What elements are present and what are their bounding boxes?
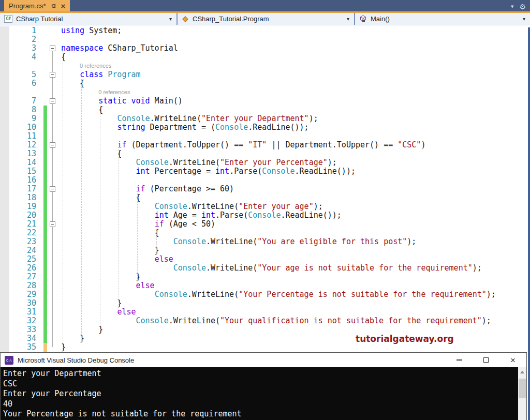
- code-line[interactable]: using System;: [57, 26, 530, 35]
- breakpoint-margin[interactable]: [0, 141, 9, 149]
- tab-program-cs[interactable]: Program.cs* ×: [4, 0, 70, 11]
- breakpoint-margin[interactable]: [0, 281, 9, 290]
- code-line[interactable]: int Percentage = int.Parse(Console.ReadL…: [57, 167, 530, 176]
- breakpoint-margin[interactable]: [0, 229, 9, 237]
- breakpoint-margin[interactable]: [0, 167, 9, 176]
- breakpoint-margin[interactable]: [0, 149, 9, 158]
- code-line[interactable]: [57, 132, 530, 141]
- codelens-references[interactable]: 0 references: [57, 88, 530, 97]
- fold-toggle-icon[interactable]: [50, 98, 55, 104]
- breakpoint-margin[interactable]: [0, 317, 9, 325]
- breakpoint-margin[interactable]: [0, 158, 9, 167]
- breakpoint-margin[interactable]: [0, 123, 9, 132]
- fold-toggle-icon[interactable]: [50, 221, 55, 227]
- code-line[interactable]: {: [57, 106, 530, 114]
- breakpoint-margin[interactable]: [0, 35, 9, 44]
- code-line[interactable]: if (Department.ToUpper() == "IT" || Depa…: [57, 141, 530, 149]
- type-dropdown[interactable]: CSharp_Tutorial.Program ▾: [176, 13, 354, 25]
- minimize-button[interactable]: [446, 353, 473, 367]
- code-line[interactable]: {: [57, 79, 530, 88]
- breakpoint-margin[interactable]: [0, 114, 9, 123]
- breakpoint-margin[interactable]: [0, 334, 9, 343]
- code-line[interactable]: }: [57, 299, 530, 308]
- code-line[interactable]: else: [57, 308, 530, 317]
- code-line[interactable]: Console.WriteLine("Your age is not suita…: [57, 264, 530, 273]
- code-line[interactable]: if (Percentage >= 60): [57, 185, 530, 193]
- code-line[interactable]: string Department = (Console.ReadLine())…: [57, 123, 530, 132]
- code-line[interactable]: if (Age < 50): [57, 220, 530, 229]
- code-line[interactable]: Console.WriteLine("Enter your Department…: [57, 114, 530, 123]
- breakpoint-margin[interactable]: [0, 53, 9, 62]
- code-line[interactable]: Console.WriteLine("Your qualification is…: [57, 317, 530, 325]
- code-line[interactable]: {: [57, 53, 530, 62]
- fold-toggle-icon[interactable]: [50, 186, 55, 192]
- code-line[interactable]: {: [57, 229, 530, 237]
- breakpoint-margin[interactable]: [0, 246, 9, 255]
- breakpoint-margin[interactable]: [0, 176, 9, 185]
- code-line[interactable]: int Age = int.Parse(Console.ReadLine());: [57, 211, 530, 220]
- scrollbar-thumb[interactable]: [519, 379, 526, 398]
- breakpoint-margin[interactable]: [0, 308, 9, 317]
- project-dropdown[interactable]: C# CSharp Tutorial ▾: [0, 13, 176, 25]
- breakpoint-margin[interactable]: [0, 273, 9, 281]
- code-line[interactable]: static void Main(): [57, 97, 530, 106]
- code-line[interactable]: [57, 176, 530, 185]
- code-editor[interactable]: 1using System;23namespace CSharp_Tutoria…: [0, 25, 530, 352]
- breakpoint-margin[interactable]: [0, 44, 9, 53]
- chevron-down-icon[interactable]: ▾: [511, 3, 514, 10]
- breakpoint-margin[interactable]: [0, 255, 9, 264]
- breakpoint-margin[interactable]: [0, 202, 9, 211]
- breakpoint-margin[interactable]: [0, 237, 9, 246]
- tab-bar-controls: ▾ ⚙: [511, 0, 526, 13]
- maximize-button[interactable]: [473, 353, 499, 367]
- code-line[interactable]: Console.WriteLine("Your Percentage is no…: [57, 290, 530, 299]
- code-line[interactable]: }: [57, 343, 530, 352]
- code-line[interactable]: class Program: [57, 70, 530, 79]
- code-line[interactable]: Console.WriteLine("Enter your age");: [57, 202, 530, 211]
- fold-toggle-icon[interactable]: [50, 142, 55, 148]
- code-line[interactable]: }: [57, 273, 530, 281]
- breakpoint-margin[interactable]: [0, 264, 9, 273]
- breakpoint-margin[interactable]: [0, 290, 9, 299]
- close-button[interactable]: ×: [499, 353, 526, 367]
- code-line[interactable]: Console.WriteLine("Enter your Percentage…: [57, 158, 530, 167]
- code-line[interactable]: }: [57, 325, 530, 334]
- breakpoint-margin[interactable]: [0, 97, 9, 106]
- breakpoint-margin[interactable]: [0, 211, 9, 220]
- breakpoint-margin[interactable]: [0, 325, 9, 334]
- breakpoint-margin[interactable]: [0, 79, 9, 88]
- code-line[interactable]: {: [57, 149, 530, 158]
- pin-icon[interactable]: [51, 3, 56, 9]
- breakpoint-margin[interactable]: [0, 299, 9, 308]
- member-dropdown[interactable]: Main() ▾: [354, 13, 530, 25]
- fold-toggle-icon[interactable]: [50, 46, 55, 51]
- console-title-bar[interactable]: C:\ Microsoft Visual Studio Debug Consol…: [1, 353, 526, 367]
- console-output[interactable]: Enter your DepartmentCSCEnter your Perce…: [1, 367, 526, 420]
- breakpoint-margin[interactable]: [0, 26, 9, 35]
- codelens-references[interactable]: 0 references: [57, 62, 530, 70]
- breakpoint-margin[interactable]: [0, 220, 9, 229]
- breakpoint-margin[interactable]: [0, 193, 9, 202]
- code-token: [61, 263, 173, 273]
- code-token: [61, 211, 155, 220]
- gear-icon[interactable]: ⚙: [519, 3, 526, 11]
- code-line[interactable]: Console.WriteLine("You are eligible for …: [57, 237, 530, 246]
- breakpoint-margin[interactable]: [0, 132, 9, 141]
- breakpoint-margin[interactable]: [0, 88, 9, 97]
- breakpoint-margin[interactable]: [0, 343, 9, 352]
- scroll-up-button[interactable]: [518, 367, 526, 377]
- code-line[interactable]: namespace CSharp_Tutorial: [57, 44, 530, 53]
- breakpoint-margin[interactable]: [0, 70, 9, 79]
- fold-toggle-icon[interactable]: [50, 72, 55, 78]
- code-line[interactable]: else: [57, 255, 530, 264]
- breakpoint-margin[interactable]: [0, 62, 9, 70]
- breakpoint-margin[interactable]: [0, 185, 9, 193]
- console-scrollbar[interactable]: [518, 367, 526, 420]
- code-line[interactable]: }: [57, 246, 530, 255]
- code-line[interactable]: }: [57, 334, 530, 343]
- breakpoint-margin[interactable]: [0, 106, 9, 114]
- code-line[interactable]: else: [57, 281, 530, 290]
- code-line[interactable]: [57, 35, 530, 44]
- close-icon[interactable]: ×: [61, 2, 66, 10]
- code-line[interactable]: {: [57, 193, 530, 202]
